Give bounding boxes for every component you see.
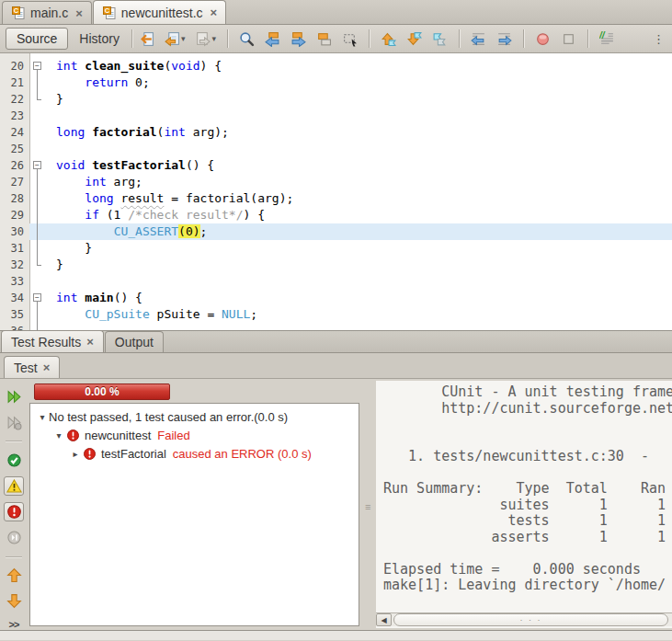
fold-collapse-icon[interactable]: − [33, 62, 41, 70]
fold-line-icon [29, 74, 44, 91]
close-icon[interactable]: × [75, 7, 83, 19]
test-tree-row[interactable]: ▸testFactorialcaused an ERROR (0.0 s) [30, 444, 359, 463]
panel-splitter[interactable]: ≡ [361, 379, 376, 630]
code-line[interactable]: 22} [0, 91, 672, 108]
code-line[interactable]: 20−int clean_suite(void) { [0, 58, 672, 74]
back-button[interactable]: ▾ [165, 31, 186, 47]
toolbar-overflow-icon[interactable]: ⋮ [651, 32, 666, 46]
dropdown-caret-icon[interactable]: ▾ [211, 34, 216, 43]
scrollbar-thumb[interactable]: · · · [393, 613, 668, 626]
rectangular-selection-button[interactable] [342, 31, 358, 47]
line-number[interactable]: 34 [0, 290, 29, 306]
line-number[interactable]: 22 [0, 91, 29, 108]
forward-button[interactable]: ▾ [195, 31, 216, 47]
stop-macro-recording-button[interactable] [561, 31, 576, 47]
show-aborted-button[interactable] [4, 528, 24, 547]
comment-lines-button[interactable]: // [599, 31, 615, 47]
fold-line-icon [29, 240, 44, 257]
find-next-button[interactable] [290, 31, 306, 47]
toggle-bookmark-button[interactable] [432, 31, 448, 47]
fold-box-icon[interactable]: − [29, 290, 44, 306]
next-failure-button[interactable] [4, 591, 24, 611]
line-number[interactable]: 27 [0, 174, 29, 190]
find-button[interactable] [239, 31, 255, 47]
find-previous-button[interactable] [265, 31, 280, 47]
rail-overflow-button[interactable]: >> [9, 619, 19, 630]
line-number[interactable]: 25 [0, 141, 29, 157]
line-number[interactable]: 20 [0, 58, 29, 74]
code-line[interactable]: 26−void testFactorial() { [0, 157, 672, 174]
line-number[interactable]: 24 [0, 124, 29, 141]
line-number[interactable]: 29 [0, 207, 29, 223]
tree-expanded-arrow-icon[interactable]: ▾ [52, 430, 65, 441]
editor-tab-newcunittest.c[interactable]: Cnewcunittest.c× [93, 0, 226, 24]
code-line[interactable]: 34−int main() { [0, 290, 672, 306]
results-tab-output[interactable]: Output [105, 331, 164, 352]
code-editor[interactable]: 20−int clean_suite(void) {21 return 0;22… [0, 53, 672, 330]
test-output-text[interactable]: CUnit - A unit testing framew http://cun… [376, 381, 672, 612]
scroll-left-arrow-icon[interactable]: ◀ [376, 613, 392, 626]
fold-collapse-icon[interactable]: − [33, 293, 41, 302]
line-number[interactable]: 36 [0, 323, 29, 330]
previous-failure-button[interactable] [4, 566, 24, 585]
editor-tab-main.c[interactable]: Cmain.c× [2, 1, 92, 24]
line-number[interactable]: 28 [0, 190, 29, 207]
rerun-failed-tests-button[interactable] [4, 413, 24, 432]
line-number[interactable]: 33 [0, 273, 29, 290]
line-number[interactable]: 31 [0, 240, 29, 257]
test-tree-row[interactable]: ▾newcunittestFailed [30, 426, 359, 444]
code-line[interactable]: 24long factorial(int arg); [0, 124, 672, 141]
code-line[interactable]: 31 } [0, 240, 672, 257]
code-line[interactable]: 32} [0, 257, 672, 273]
code-line[interactable]: 35 CU_pSuite pSuite = NULL; [0, 306, 672, 323]
tree-expanded-arrow-icon[interactable]: ▾ [36, 412, 49, 422]
horizontal-scrollbar[interactable]: ◀ · · · [376, 612, 672, 626]
show-passed-button[interactable] [4, 450, 24, 469]
line-number[interactable]: 21 [0, 74, 29, 91]
shift-line-left-button[interactable] [471, 31, 486, 47]
history-view-button[interactable]: History [68, 29, 131, 49]
fold-box-icon[interactable]: − [29, 157, 44, 174]
code-line[interactable]: 25 [0, 141, 672, 157]
tree-collapsed-arrow-icon[interactable]: ▸ [69, 449, 82, 459]
shift-line-right-button[interactable] [496, 31, 512, 47]
close-icon[interactable]: × [211, 6, 218, 18]
close-icon[interactable]: × [43, 361, 51, 374]
show-warnings-button[interactable] [4, 476, 24, 496]
splitter-grip-icon[interactable]: ≡ [365, 502, 370, 512]
previous-bookmark-button[interactable] [381, 31, 396, 47]
test-tree-row[interactable]: ▾No test passed, 1 test caused an error.… [30, 407, 359, 426]
test-output-pane: CUnit - A unit testing framew http://cun… [376, 381, 672, 628]
code-line[interactable]: 33 [0, 273, 672, 290]
close-icon[interactable]: × [86, 335, 94, 349]
results-subtab-test[interactable]: Test× [4, 356, 60, 378]
code-line[interactable]: 23 [0, 108, 672, 124]
code-line[interactable]: 21 return 0; [0, 74, 672, 91]
results-tree[interactable]: ▾No test passed, 1 test caused an error.… [29, 403, 359, 626]
code-line[interactable]: 30 CU_ASSERT(0); [0, 223, 672, 240]
show-failed-button[interactable] [4, 502, 24, 521]
dropdown-caret-icon[interactable]: ▾ [181, 34, 186, 43]
line-number[interactable]: 32 [0, 257, 29, 273]
jump-last-edit-button[interactable] [139, 31, 154, 47]
rerun-tests-button[interactable] [4, 387, 24, 406]
code-line[interactable]: 28 long result = factorial(arg); [0, 190, 672, 207]
next-bookmark-button[interactable] [406, 31, 422, 47]
line-number[interactable]: 30 [0, 223, 29, 240]
code-line[interactable]: 36 [0, 323, 672, 330]
toggle-highlight-search-button[interactable] [316, 31, 332, 47]
source-view-button[interactable]: Source [6, 28, 68, 50]
fold-collapse-icon[interactable]: − [33, 161, 41, 169]
code-line[interactable]: 27 int arg; [0, 174, 672, 190]
fold-box-icon[interactable]: − [29, 58, 44, 74]
code-line[interactable]: 29 if (1 /*check result*/) { [0, 207, 672, 223]
line-number[interactable]: 23 [0, 108, 29, 124]
code-text: CU_pSuite pSuite = NULL; [44, 306, 257, 323]
test-name: newcunittest [85, 429, 151, 442]
line-number[interactable]: 35 [0, 306, 29, 323]
start-macro-recording-button[interactable] [535, 31, 551, 47]
code-text: CU_ASSERT(0); [44, 223, 207, 240]
results-tab-test-results[interactable]: Test Results× [1, 330, 104, 352]
line-number[interactable]: 26 [0, 157, 29, 174]
results-subtab-bar: Test× [0, 353, 672, 379]
